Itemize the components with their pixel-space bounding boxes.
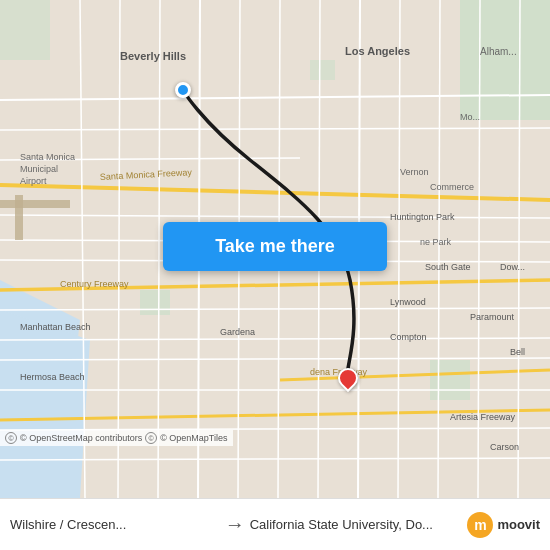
moovit-name: moovit xyxy=(497,517,540,532)
osm-text: © OpenStreetMap contributors xyxy=(20,433,142,443)
destination-pin xyxy=(334,364,362,392)
svg-rect-62 xyxy=(15,195,23,240)
osm-icon: © xyxy=(5,432,17,444)
svg-text:Mo...: Mo... xyxy=(460,112,480,122)
svg-text:ne Park: ne Park xyxy=(420,237,452,247)
svg-text:Artesia Freeway: Artesia Freeway xyxy=(450,412,516,422)
svg-marker-2 xyxy=(0,310,90,498)
map-container: Beverly Hills Los Angeles Alham... Santa… xyxy=(0,0,550,498)
moovit-icon: m xyxy=(467,512,493,538)
footer-from: Wilshire / Crescen... xyxy=(10,517,220,532)
svg-text:Commerce: Commerce xyxy=(430,182,474,192)
omt-text: © OpenMapTiles xyxy=(160,433,227,443)
svg-text:Manhattan Beach: Manhattan Beach xyxy=(20,322,91,332)
svg-text:Vernon: Vernon xyxy=(400,167,429,177)
svg-text:Carson: Carson xyxy=(490,442,519,452)
svg-rect-4 xyxy=(0,0,50,60)
route-arrow: → xyxy=(220,513,250,536)
to-label: California State University, Do... xyxy=(250,517,433,532)
svg-text:Alham...: Alham... xyxy=(480,46,517,57)
from-label: Wilshire / Crescen... xyxy=(10,517,126,532)
origin-marker xyxy=(175,82,191,98)
svg-rect-5 xyxy=(430,360,470,400)
svg-text:Hermosa Beach: Hermosa Beach xyxy=(20,372,85,382)
svg-rect-6 xyxy=(140,290,170,315)
svg-text:Airport: Airport xyxy=(20,176,47,186)
svg-text:Beverly Hills: Beverly Hills xyxy=(120,50,186,62)
svg-text:Bell: Bell xyxy=(510,347,525,357)
svg-text:Dow...: Dow... xyxy=(500,262,525,272)
svg-text:Huntington Park: Huntington Park xyxy=(390,212,455,222)
moovit-logo: m moovit xyxy=(459,512,540,538)
svg-text:Gardena: Gardena xyxy=(220,327,255,337)
footer-to: California State University, Do... xyxy=(250,517,460,532)
destination-marker xyxy=(338,368,358,388)
svg-text:Paramount: Paramount xyxy=(470,312,515,322)
svg-text:Century Freeway: Century Freeway xyxy=(60,279,129,289)
svg-text:Lynwood: Lynwood xyxy=(390,297,426,307)
svg-rect-3 xyxy=(460,0,550,120)
map-attribution: © © OpenStreetMap contributors © © OpenM… xyxy=(0,430,233,446)
svg-text:South Gate: South Gate xyxy=(425,262,471,272)
footer: Wilshire / Crescen... → California State… xyxy=(0,498,550,550)
svg-text:Compton: Compton xyxy=(390,332,427,342)
svg-rect-7 xyxy=(310,60,335,80)
app: Beverly Hills Los Angeles Alham... Santa… xyxy=(0,0,550,550)
svg-text:Santa Monica: Santa Monica xyxy=(20,152,75,162)
svg-text:Municipal: Municipal xyxy=(20,164,58,174)
take-me-there-button[interactable]: Take me there xyxy=(163,222,387,271)
svg-rect-61 xyxy=(0,200,70,208)
omt-icon: © xyxy=(145,432,157,444)
svg-text:Los Angeles: Los Angeles xyxy=(345,45,410,57)
